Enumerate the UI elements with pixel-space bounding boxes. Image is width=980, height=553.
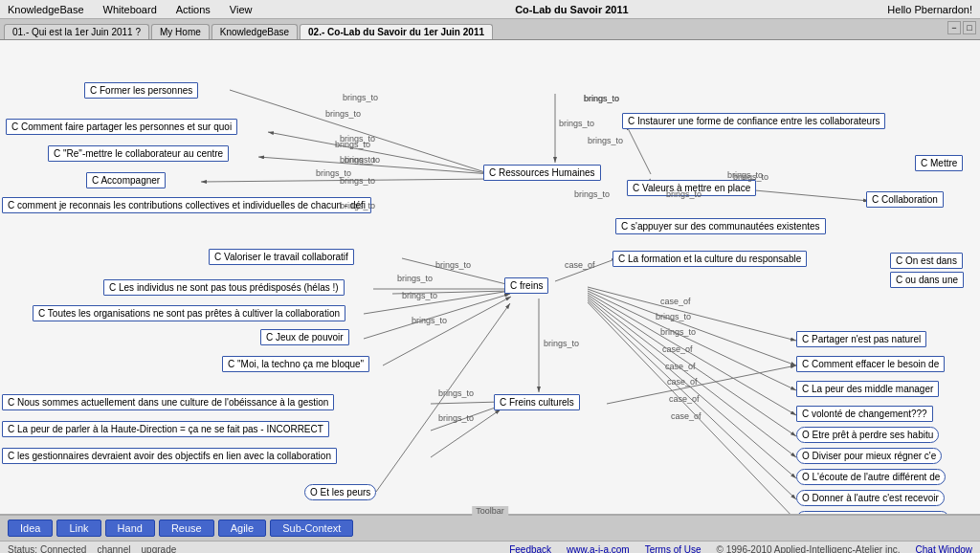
svg-text:brings_to: brings_to xyxy=(438,413,474,423)
node-jeux[interactable]: C Jeux de pouvoir xyxy=(260,329,349,345)
node-type: C xyxy=(11,122,21,132)
reuse-button[interactable]: Reuse xyxy=(159,520,214,537)
node-mettre[interactable]: C Mettre xyxy=(915,155,963,171)
svg-text:brings_to: brings_to xyxy=(559,119,594,128)
feedback-link[interactable]: Feedback xyxy=(509,544,551,553)
toolbar-buttons: Idea Link Hand Reuse Agile Sub-Context xyxy=(0,520,361,537)
tab-2[interactable]: KnowledgeBase xyxy=(212,24,298,39)
agile-button[interactable]: Agile xyxy=(218,520,266,537)
node-freins-culturels[interactable]: C Freins culturels xyxy=(494,394,580,410)
idea-button[interactable]: Idea xyxy=(8,520,53,537)
node-peur-middle[interactable]: C La peur des middle manager xyxy=(796,381,939,397)
node-type: C xyxy=(621,221,631,232)
node-organisations[interactable]: C Toutes les organisations ne sont pas p… xyxy=(33,305,345,321)
node-techno[interactable]: C "Moi, la techno ça me bloque" xyxy=(222,356,369,372)
svg-line-24 xyxy=(431,409,501,457)
node-type: O xyxy=(802,451,813,461)
tab-3[interactable]: 02.- Co-Lab du Savoir du 1er Juin 2011 xyxy=(300,24,493,39)
svg-text:case_of: case_of xyxy=(565,260,595,270)
node-type: C xyxy=(489,167,499,178)
copyright-text: © 1996-2010 Applied-Intelligenc-Atelier … xyxy=(717,544,901,553)
node-sappuyer[interactable]: C s'appuyer sur des communautées existen… xyxy=(615,218,826,234)
node-instaurer[interactable]: C Instaurer une forme de confiance entre… xyxy=(622,113,885,129)
svg-line-10 xyxy=(402,258,510,285)
node-remettre[interactable]: C "Re"-mettre le collaborateur au centre xyxy=(48,145,229,162)
node-valoriser[interactable]: C Valoriser le travail collaboratif xyxy=(209,249,354,265)
node-type: C xyxy=(266,332,276,343)
node-formation[interactable]: C La formation et la culture du responsa… xyxy=(612,251,807,267)
website-link[interactable]: www.a-i-a.com xyxy=(567,544,630,553)
node-volonte[interactable]: C volonté de changement??? xyxy=(796,406,933,422)
node-ressources-humaines[interactable]: C Ressources Humaines xyxy=(483,165,601,181)
node-type: C xyxy=(8,397,17,408)
terms-link[interactable]: Terms of Use xyxy=(645,544,702,553)
node-collaboration[interactable]: C Collaboration xyxy=(866,191,944,208)
node-type: C xyxy=(628,116,637,126)
svg-line-39 xyxy=(588,300,796,499)
hand-button[interactable]: Hand xyxy=(105,520,155,537)
node-type: C xyxy=(802,334,812,344)
node-type: C xyxy=(618,254,628,264)
arrow-label-brings-to-val: brings_to xyxy=(666,189,702,199)
node-on-est[interactable]: C On est dans xyxy=(890,253,963,269)
upgrade-text: upgrade xyxy=(142,544,177,553)
svg-line-50 xyxy=(555,258,617,281)
svg-text:brings_to: brings_to xyxy=(402,291,437,300)
svg-text:case_of: case_of xyxy=(669,394,700,404)
node-type: C xyxy=(510,280,520,291)
node-ou-dans[interactable]: C ou dans une xyxy=(890,272,964,288)
node-partager[interactable]: C Partager n'est pas naturel xyxy=(796,331,926,347)
window-controls: − □ xyxy=(947,21,976,34)
node-comment-faire[interactable]: C Comment faire partager les personnes e… xyxy=(6,119,237,135)
node-type: C xyxy=(802,409,812,419)
node-type: C xyxy=(633,183,642,193)
menu-whiteboard[interactable]: Whiteboard xyxy=(100,3,161,16)
svg-text:case_of: case_of xyxy=(667,377,698,387)
minimize-button[interactable]: − xyxy=(947,21,961,34)
node-individus[interactable]: C Les individus ne sont pas tous prédisp… xyxy=(103,279,345,296)
svg-line-22 xyxy=(431,406,501,431)
node-obeissance[interactable]: C Nous sommes actuellement dans une cult… xyxy=(2,394,334,410)
svg-line-19 xyxy=(383,297,511,365)
svg-text:case_of: case_of xyxy=(665,362,696,371)
node-type: O xyxy=(802,472,813,482)
tab-0[interactable]: 01.- Qui est la 1er Juin 2011 ? xyxy=(4,24,149,39)
node-type: C xyxy=(872,194,881,205)
node-gestionnaires[interactable]: C les gestionnaires devraient avoir des … xyxy=(2,448,337,464)
node-et-les-peurs[interactable]: O Et les peurs xyxy=(304,484,376,500)
node-peur-parler[interactable]: C La peur de parler à la Haute-Direction… xyxy=(2,421,329,437)
node-comment-reconnais[interactable]: C comment je reconnais les contributions… xyxy=(2,197,371,213)
toolbar-label: Toolbar xyxy=(472,506,508,516)
node-freins[interactable]: C freins xyxy=(504,277,548,294)
node-diviser[interactable]: O Diviser pour mieux régner c'e xyxy=(796,448,942,464)
chat-link[interactable]: Chat Window xyxy=(916,544,972,553)
status-right: Feedback www.a-i-a.com Terms of Use © 19… xyxy=(509,544,972,553)
node-effacer[interactable]: C Comment effacer le besoin de xyxy=(796,356,945,372)
node-etre-pret[interactable]: O Etre prêt à perdre ses habitu xyxy=(796,427,939,443)
canvas-area: brings_to brings_to brings_to brings_to … xyxy=(0,40,980,514)
node-type: C xyxy=(8,451,17,461)
node-type: C xyxy=(8,424,17,434)
maximize-button[interactable]: □ xyxy=(963,21,976,34)
tab-1[interactable]: My Home xyxy=(151,24,210,39)
svg-text:brings_to: brings_to xyxy=(660,327,696,337)
subcontext-button[interactable]: Sub-Context xyxy=(270,520,353,537)
svg-line-17 xyxy=(364,294,510,339)
node-accompagner[interactable]: C Accompagner xyxy=(86,172,166,188)
status-left: Status: Connected channel upgrade xyxy=(8,544,494,553)
link-button[interactable]: Link xyxy=(56,520,100,537)
menu-knowledgebase[interactable]: KnowledgeBase xyxy=(4,3,88,16)
node-type: C xyxy=(896,255,905,266)
node-type: O xyxy=(802,493,813,503)
svg-text:brings_to: brings_to xyxy=(544,339,579,348)
app-title: Co-Lab du Savoir 2011 xyxy=(268,4,877,15)
svg-line-14 xyxy=(392,291,510,294)
svg-line-41 xyxy=(588,302,796,514)
node-ecoute[interactable]: O L'écoute de l'autre différent de xyxy=(796,469,946,485)
node-type: C xyxy=(38,308,48,319)
menu-actions[interactable]: Actions xyxy=(172,3,214,16)
toolbar-section: Toolbar Idea Link Hand Reuse Agile Sub-C… xyxy=(0,514,980,541)
menu-view[interactable]: View xyxy=(226,3,256,16)
node-donner[interactable]: O Donner à l'autre c'est recevoir xyxy=(796,490,945,506)
node-former[interactable]: C Former les personnes xyxy=(84,82,198,99)
